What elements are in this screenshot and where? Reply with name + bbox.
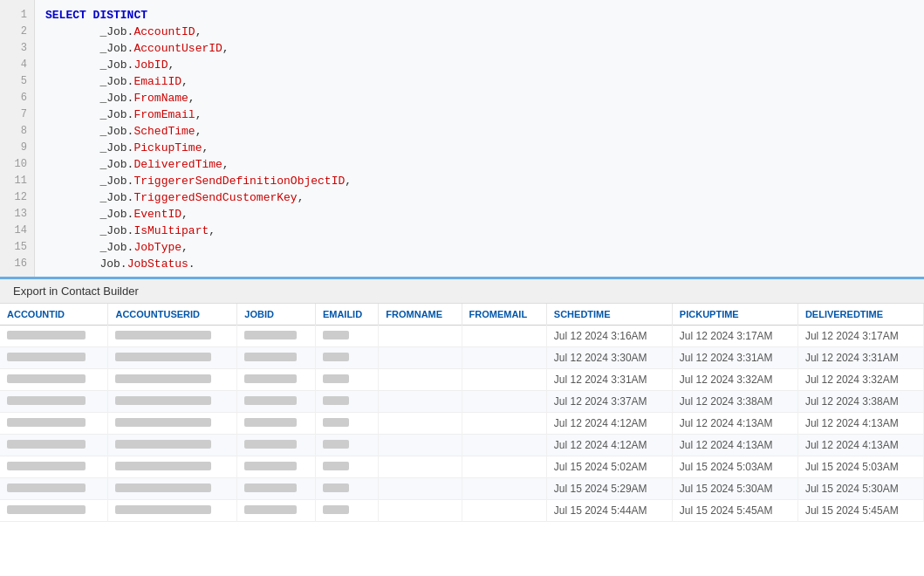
table-row[interactable]: Jul 12 2024 3:37AMJul 12 2024 3:38AMJul … bbox=[0, 391, 924, 413]
cell-schedtime: Jul 12 2024 4:12AM bbox=[546, 435, 672, 456]
code-token: _Job. bbox=[45, 58, 133, 72]
cell-deliveredtime: Jul 15 2024 5:30AM bbox=[797, 478, 923, 500]
code-line: _Job.TriggeredSendCustomerKey, bbox=[45, 189, 914, 206]
code-token: SchedTime bbox=[133, 125, 195, 138]
column-header: FROMNAME bbox=[379, 304, 462, 326]
cell-fromname bbox=[379, 500, 462, 522]
cell-jobid bbox=[237, 347, 316, 369]
table-row[interactable]: Jul 15 2024 5:02AMJul 15 2024 5:03AMJul … bbox=[0, 456, 924, 478]
cell-emailid bbox=[315, 391, 378, 413]
cell-accountuserid bbox=[108, 456, 237, 478]
table-row[interactable]: Jul 12 2024 3:30AMJul 12 2024 3:31AMJul … bbox=[0, 347, 924, 369]
results-table: ACCOUNTIDACCOUNTUSERIDJOBIDEMAILIDFROMNA… bbox=[0, 304, 924, 522]
cell-schedtime: Jul 15 2024 5:29AM bbox=[546, 478, 672, 500]
cell-fromemail bbox=[462, 500, 546, 522]
table-row[interactable]: Jul 15 2024 5:44AMJul 15 2024 5:45AMJul … bbox=[0, 500, 924, 522]
cell-accountuserid bbox=[108, 347, 237, 369]
cell-pickuptime: Jul 12 2024 3:32AM bbox=[672, 369, 797, 391]
table-row[interactable]: Jul 12 2024 3:31AMJul 12 2024 3:32AMJul … bbox=[0, 369, 924, 391]
line-number: 6 bbox=[7, 90, 27, 106]
column-header: PICKUPTIME bbox=[672, 304, 797, 326]
code-token: , bbox=[195, 108, 202, 121]
cell-emailid bbox=[315, 456, 378, 478]
line-number: 12 bbox=[7, 189, 27, 206]
table-row[interactable]: Jul 12 2024 3:16AMJul 12 2024 3:17AMJul … bbox=[0, 326, 924, 347]
code-token: _Job. bbox=[45, 42, 133, 55]
code-token: EmailID bbox=[133, 75, 181, 88]
code-token: , bbox=[168, 58, 175, 72]
cell-fromname bbox=[379, 347, 462, 369]
line-number: 5 bbox=[7, 73, 27, 90]
cell-jobid bbox=[237, 500, 316, 522]
cell-accountuserid bbox=[108, 500, 237, 522]
cell-schedtime: Jul 12 2024 4:12AM bbox=[546, 413, 672, 435]
cell-deliveredtime: Jul 12 2024 3:17AM bbox=[797, 326, 923, 347]
code-token: _Job. bbox=[45, 175, 133, 188]
column-header: EMAILID bbox=[315, 304, 378, 326]
cell-accountuserid bbox=[108, 435, 237, 456]
results-table-wrapper[interactable]: ACCOUNTIDACCOUNTUSERIDJOBIDEMAILIDFROMNA… bbox=[0, 304, 924, 522]
cell-fromname bbox=[379, 413, 462, 435]
code-token: PickupTime bbox=[133, 141, 202, 154]
cell-jobid bbox=[237, 478, 316, 500]
cell-pickuptime: Jul 12 2024 3:31AM bbox=[672, 347, 797, 369]
cell-schedtime: Jul 12 2024 3:37AM bbox=[546, 391, 672, 413]
table-row[interactable]: Jul 12 2024 4:12AMJul 12 2024 4:13AMJul … bbox=[0, 435, 924, 456]
cell-accountuserid bbox=[108, 413, 237, 435]
code-token: , bbox=[181, 208, 188, 221]
code-token: _Job. bbox=[45, 108, 133, 121]
code-token: AccountID bbox=[133, 25, 195, 38]
line-number: 11 bbox=[7, 173, 27, 189]
cell-pickuptime: Jul 12 2024 3:38AM bbox=[672, 391, 797, 413]
code-editor: 12345678910111213141516 SELECT DISTINCT … bbox=[0, 0, 924, 279]
cell-accountid bbox=[0, 413, 108, 435]
cell-jobid bbox=[237, 369, 316, 391]
code-line: _Job.EmailID, bbox=[45, 73, 914, 90]
line-number: 10 bbox=[7, 156, 27, 173]
cell-accountuserid bbox=[108, 326, 237, 347]
table-row[interactable]: Jul 15 2024 5:29AMJul 15 2024 5:30AMJul … bbox=[0, 478, 924, 500]
cell-accountuserid bbox=[108, 369, 237, 391]
cell-jobid bbox=[237, 413, 316, 435]
column-header: ACCOUNTUSERID bbox=[108, 304, 237, 326]
code-token: , bbox=[222, 158, 229, 171]
cell-jobid bbox=[237, 456, 316, 478]
cell-deliveredtime: Jul 12 2024 3:31AM bbox=[797, 347, 923, 369]
code-token: , bbox=[188, 92, 195, 105]
code-token: AccountUserID bbox=[133, 42, 222, 55]
line-numbers: 12345678910111213141516 bbox=[0, 0, 35, 277]
code-token: _Job. bbox=[45, 92, 133, 105]
cell-schedtime: Jul 15 2024 5:44AM bbox=[546, 500, 672, 522]
cell-emailid bbox=[315, 347, 378, 369]
cell-fromname bbox=[379, 326, 462, 347]
code-token: DeliveredTime bbox=[133, 158, 222, 171]
cell-deliveredtime: Jul 12 2024 3:32AM bbox=[797, 369, 923, 391]
cell-fromemail bbox=[462, 478, 546, 500]
code-line: _Job.IsMultipart, bbox=[45, 223, 914, 239]
code-token: SELECT DISTINCT bbox=[45, 9, 147, 22]
code-line: _Job.AccountID, bbox=[45, 24, 914, 40]
line-number: 14 bbox=[7, 223, 27, 239]
cell-accountuserid bbox=[108, 391, 237, 413]
cell-emailid bbox=[315, 478, 378, 500]
code-token: IsMultipart bbox=[133, 224, 209, 237]
code-token: , bbox=[345, 175, 352, 188]
cell-fromemail bbox=[462, 413, 546, 435]
cell-pickuptime: Jul 15 2024 5:30AM bbox=[672, 478, 797, 500]
cell-fromname bbox=[379, 456, 462, 478]
code-token: . bbox=[188, 257, 195, 271]
cell-pickuptime: Jul 12 2024 3:17AM bbox=[672, 326, 797, 347]
column-header: FROMEMAIL bbox=[462, 304, 546, 326]
table-row[interactable]: Jul 12 2024 4:12AMJul 12 2024 4:13AMJul … bbox=[0, 413, 924, 435]
cell-schedtime: Jul 12 2024 3:30AM bbox=[546, 347, 672, 369]
code-token: EventID bbox=[133, 208, 181, 221]
code-content[interactable]: SELECT DISTINCT _Job.AccountID, _Job.Acc… bbox=[35, 0, 924, 277]
cell-emailid bbox=[315, 369, 378, 391]
line-number: 1 bbox=[7, 7, 27, 24]
code-line: _Job.TriggererSendDefinitionObjectID, bbox=[45, 173, 914, 189]
code-line: _Job.FromName, bbox=[45, 90, 914, 106]
cell-jobid bbox=[237, 326, 316, 347]
cell-pickuptime: Jul 12 2024 4:13AM bbox=[672, 413, 797, 435]
code-token: JobType bbox=[133, 241, 181, 254]
cell-deliveredtime: Jul 15 2024 5:03AM bbox=[797, 456, 923, 478]
